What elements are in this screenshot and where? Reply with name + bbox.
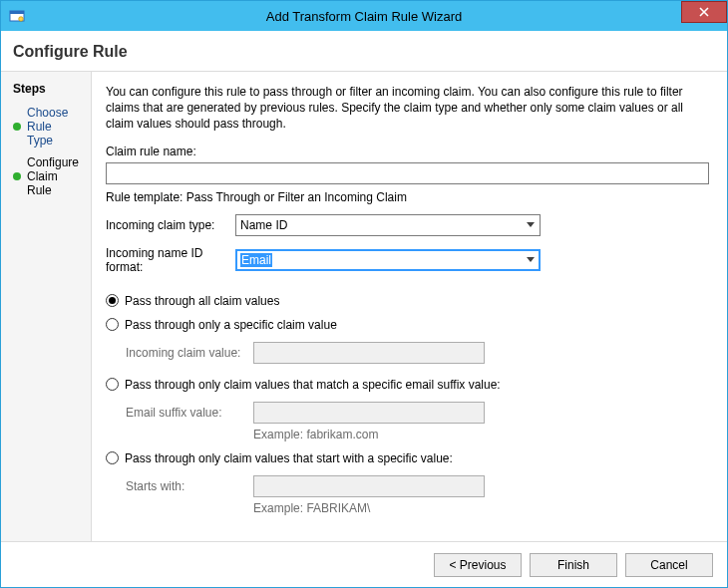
finish-button[interactable]: Finish	[530, 553, 617, 577]
pass-through-options: Pass through all claim values Pass throu…	[106, 288, 709, 525]
button-bar: < Previous Finish Cancel	[1, 541, 727, 587]
incoming-claim-value-input	[253, 342, 485, 364]
radio-icon	[106, 318, 119, 331]
option-label: Pass through only claim values that star…	[125, 451, 453, 465]
incoming-name-id-format-select[interactable]: Email	[235, 249, 541, 271]
starts-with-example: Example: FABRIKAM\	[253, 501, 709, 515]
close-button[interactable]	[681, 1, 727, 23]
rule-name-input[interactable]	[106, 162, 709, 184]
titlebar: Add Transform Claim Rule Wizard	[1, 1, 727, 31]
email-suffix-value-input	[253, 402, 485, 424]
incoming-claim-value-label: Incoming claim value:	[126, 346, 253, 360]
svg-rect-1	[10, 11, 24, 14]
step-choose-rule-type[interactable]: Choose Rule Type	[1, 102, 91, 151]
option-all-values[interactable]: Pass through all claim values	[106, 294, 709, 308]
chevron-down-icon	[522, 250, 540, 270]
email-suffix-example: Example: fabrikam.com	[253, 428, 709, 441]
starts-with-label: Starts with:	[126, 479, 253, 493]
step-label: Choose Rule Type	[27, 106, 79, 147]
option-label: Pass through only claim values that matc…	[125, 378, 501, 392]
app-icon	[9, 8, 25, 24]
step-bullet-icon	[13, 172, 21, 180]
radio-icon	[106, 451, 119, 464]
svg-point-2	[19, 17, 24, 22]
incoming-claim-type-label: Incoming claim type:	[106, 218, 235, 232]
radio-icon	[106, 294, 119, 307]
option-label: Pass through all claim values	[125, 294, 279, 308]
rule-name-label: Claim rule name:	[106, 145, 709, 158]
option-label: Pass through only a specific claim value	[125, 318, 337, 332]
starts-with-input	[253, 475, 485, 497]
incoming-name-id-format-label: Incoming name ID format:	[106, 246, 235, 274]
page-heading: Configure Rule	[1, 31, 727, 71]
cancel-button[interactable]: Cancel	[625, 553, 713, 577]
steps-heading: Steps	[1, 78, 91, 102]
rule-template-text: Rule template: Pass Through or Filter an…	[106, 190, 709, 204]
window-title: Add Transform Claim Rule Wizard	[1, 9, 727, 24]
steps-sidebar: Steps Choose Rule Type Configure Claim R…	[1, 72, 92, 541]
step-configure-claim-rule[interactable]: Configure Claim Rule	[1, 151, 91, 201]
wizard-window: Add Transform Claim Rule Wizard Configur…	[0, 0, 728, 588]
radio-icon	[106, 378, 119, 391]
incoming-claim-type-select[interactable]: Name ID	[235, 214, 541, 236]
option-email-suffix[interactable]: Pass through only claim values that matc…	[106, 378, 709, 392]
incoming-claim-type-value: Name ID	[240, 218, 287, 232]
incoming-name-id-format-value: Email	[240, 253, 272, 267]
step-label: Configure Claim Rule	[27, 155, 79, 197]
wizard-body: Steps Choose Rule Type Configure Claim R…	[1, 71, 727, 541]
email-suffix-value-label: Email suffix value:	[126, 406, 253, 420]
content-pane: You can configure this rule to pass thro…	[92, 72, 727, 541]
chevron-down-icon	[522, 215, 540, 235]
option-starts-with[interactable]: Pass through only claim values that star…	[106, 451, 709, 465]
previous-button[interactable]: < Previous	[434, 553, 522, 577]
step-bullet-icon	[13, 123, 21, 131]
option-specific-value[interactable]: Pass through only a specific claim value	[106, 318, 709, 332]
description-text: You can configure this rule to pass thro…	[106, 84, 709, 133]
